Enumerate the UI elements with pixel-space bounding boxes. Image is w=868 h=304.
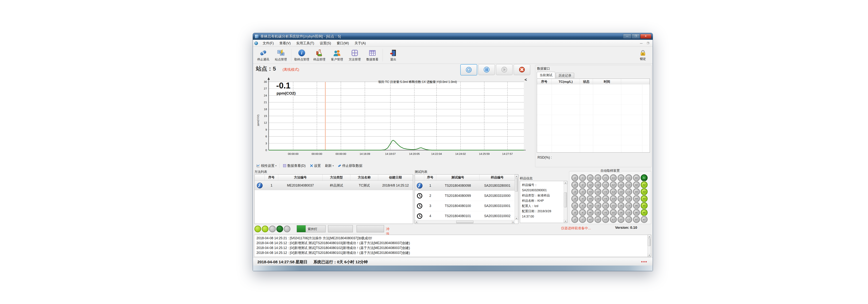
well-E5[interactable]: E5: [610, 202, 617, 209]
horizontal-scrollbar[interactable]: ◄ ►: [415, 220, 515, 224]
well-D2[interactable]: D2: [618, 181, 624, 188]
minimize-button[interactable]: —: [623, 34, 631, 39]
column-header[interactable]: 方法编号: [278, 174, 322, 180]
well-F2[interactable]: F2: [602, 181, 609, 188]
refresh-button[interactable]: 刷新▾: [323, 163, 335, 169]
well-I1[interactable]: I1: [579, 174, 586, 181]
well-J5[interactable]: J5: [571, 202, 578, 209]
well-E2[interactable]: E2: [610, 181, 617, 188]
tab-history[interactable]: 历史记录: [556, 73, 574, 78]
well-E1[interactable]: E1: [610, 174, 617, 181]
well-A2[interactable]: A2: [641, 181, 648, 188]
well-J2[interactable]: J2: [571, 181, 578, 188]
well-I3[interactable]: I3: [579, 188, 586, 195]
site-manage-button[interactable]: 站点管理: [272, 47, 290, 63]
well-D3[interactable]: D3: [618, 188, 624, 195]
stop-comm-button[interactable]: 停止通讯: [254, 47, 272, 63]
well-G6[interactable]: G6: [594, 209, 601, 216]
well-D5[interactable]: D5: [618, 202, 624, 209]
well-G2[interactable]: G2: [594, 181, 601, 188]
column-header[interactable]: 状态: [580, 79, 593, 85]
table-row[interactable]: 2TS201804080099SA201803310000: [415, 191, 518, 201]
pause-run-button[interactable]: [478, 64, 495, 75]
well-F7[interactable]: F7: [602, 216, 609, 223]
well-C5[interactable]: C5: [625, 202, 632, 209]
data-view-button[interactable]: 数据查看: [364, 47, 381, 63]
well-H2[interactable]: H2: [587, 181, 594, 188]
well-C4[interactable]: C4: [625, 195, 632, 202]
well-G4[interactable]: G4: [594, 195, 601, 202]
table-row[interactable]: 1TS201804080098SA201803280001: [415, 181, 518, 191]
well-I2[interactable]: I2: [579, 181, 586, 188]
well-H1[interactable]: H1: [587, 174, 594, 181]
table-row[interactable]: 1ME201804080037样品测试TC测试2018/4/8 14:25:12: [255, 181, 413, 190]
abort-run-button[interactable]: [514, 64, 530, 75]
well-G5[interactable]: G5: [594, 202, 601, 209]
column-header[interactable]: TC(mg/L): [552, 79, 580, 85]
well-B1[interactable]: B1: [633, 174, 640, 181]
table-row[interactable]: 4TS201804080101SA201803310002: [415, 211, 518, 221]
mdi-minimize-button[interactable]: —: [639, 42, 644, 45]
column-header[interactable]: 样品编号: [479, 174, 515, 180]
sample-manage-button[interactable]: 样品管理: [311, 47, 328, 63]
settings-button[interactable]: 设置: [308, 163, 322, 169]
well-I4[interactable]: I4: [579, 195, 586, 202]
sampling-point-manage-button[interactable]: i 取样点管理: [293, 47, 311, 63]
menu-item-3[interactable]: 设置(S): [317, 40, 334, 46]
well-G1[interactable]: G1: [594, 174, 601, 181]
well-A3[interactable]: A3: [641, 188, 648, 195]
well-J7[interactable]: J7: [571, 216, 578, 223]
menu-item-0[interactable]: 文件(F): [260, 40, 277, 46]
well-G7[interactable]: G7: [594, 216, 601, 223]
well-C7[interactable]: C7: [625, 216, 632, 223]
tab-current-test[interactable]: 当前测试: [537, 72, 555, 78]
well-D6[interactable]: D6: [618, 209, 624, 216]
start-run-button[interactable]: [496, 64, 513, 75]
well-E7[interactable]: E7: [610, 216, 617, 223]
well-H7[interactable]: H7: [587, 216, 594, 223]
well-C1[interactable]: C1: [625, 174, 632, 181]
data-view-d-button[interactable]: 数据查看(D): [281, 163, 307, 169]
well-F5[interactable]: F5: [602, 202, 609, 209]
table-row[interactable]: 3TS201804080100SA201803310001: [415, 201, 518, 211]
vertical-scrollbar[interactable]: ▲ ▼: [515, 174, 518, 220]
well-E3[interactable]: E3: [610, 188, 617, 195]
well-E6[interactable]: E6: [610, 209, 617, 216]
well-F1[interactable]: F1: [602, 174, 609, 181]
well-F4[interactable]: F4: [602, 195, 609, 202]
column-header[interactable]: 序号: [265, 174, 278, 180]
maximize-button[interactable]: ❐: [632, 34, 640, 39]
well-B4[interactable]: B4: [633, 195, 640, 202]
column-header[interactable]: 方法类型: [322, 174, 350, 180]
well-D1[interactable]: D1: [618, 174, 624, 181]
well-D7[interactable]: D7: [618, 216, 624, 223]
well-C3[interactable]: C3: [625, 188, 632, 195]
well-J4[interactable]: J4: [571, 195, 578, 202]
column-header[interactable]: [621, 79, 649, 85]
well-F3[interactable]: F3: [602, 188, 609, 195]
column-header[interactable]: 序号: [537, 79, 552, 85]
well-A5[interactable]: A5: [641, 202, 648, 209]
titlebar[interactable]: 泰林总有机碳分析系统软件[zrybyh照例] - [站点：5] — ❐ ✕: [253, 33, 653, 40]
well-J1[interactable]: J1: [571, 174, 578, 181]
column-header[interactable]: 创建日期: [378, 174, 413, 180]
well-E4[interactable]: E4: [610, 195, 617, 202]
well-I5[interactable]: I5: [579, 202, 586, 209]
stop-acquire-button[interactable]: 停止获取数据: [336, 163, 364, 169]
column-header[interactable]: 时间: [593, 79, 621, 85]
well-B6[interactable]: B6: [633, 209, 640, 216]
well-H5[interactable]: H5: [587, 202, 594, 209]
well-J3[interactable]: J3: [571, 188, 578, 195]
well-B3[interactable]: B3: [633, 188, 640, 195]
well-D4[interactable]: D4: [618, 195, 624, 202]
mdi-restore-button[interactable]: ❐: [645, 42, 651, 45]
well-I7[interactable]: I7: [579, 216, 586, 223]
well-I6[interactable]: I6: [579, 209, 586, 216]
well-C2[interactable]: C2: [625, 181, 632, 188]
well-F6[interactable]: F6: [602, 209, 609, 216]
lock-button[interactable]: 锁定: [636, 47, 650, 63]
well-A1[interactable]: A1: [641, 174, 648, 181]
stop-run-button[interactable]: [460, 64, 477, 75]
well-A6[interactable]: A6: [641, 209, 648, 216]
well-B5[interactable]: B5: [633, 202, 640, 209]
